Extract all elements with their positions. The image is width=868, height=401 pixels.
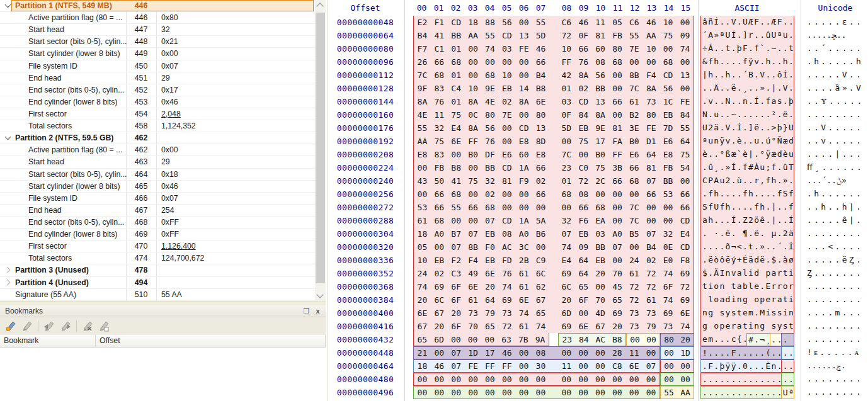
hex-bytes-segment[interactable]: 0000	[626, 333, 660, 346]
ascii-segment[interactable]: ..Ä..ë.¸..».|.V.	[700, 82, 794, 95]
ascii-segment[interactable]: âñÍ..V.UÆF..ÆF..	[700, 16, 794, 29]
ascii-segment[interactable]: . ·.ë. ¶.ë. µ.2ä	[700, 227, 794, 240]
unicode-text[interactable]: ..v.....	[807, 135, 868, 148]
ascii-segment[interactable]: &fh....fÿv.h..h.	[700, 55, 794, 69]
unicode-text[interactable]: .....ԑ..	[807, 16, 868, 29]
tree-row[interactable]: Total sectors4581,124,352	[0, 120, 315, 132]
unicode-text[interactable]: ..Ɏ.....	[807, 95, 868, 108]
hex-bytes-segment[interactable]: 2384ACB8	[558, 333, 626, 346]
ascii-segment[interactable]: ´A»ªUÍ.]r..ûUªu.	[700, 29, 794, 42]
unicode-text[interactable]: Ȥ.......	[807, 267, 868, 280]
hex-bytes-segment[interactable]: F7C101007403FE46106660807E100074	[413, 42, 694, 55]
hex-bytes-segment[interactable]: 6E672073797374656D004D697373696E	[413, 307, 694, 320]
ascii-segment[interactable]: ..	[781, 346, 794, 359]
hex-bytes-segment[interactable]: 74696F6E207461626C65004572726F72	[413, 280, 694, 293]
hex-bytes-segment[interactable]: 00666800020000666808000000665366	[413, 188, 694, 201]
unicode-text[interactable]: .....ﮁ..	[807, 29, 868, 42]
hex-bytes-segment[interactable]: 656D000000637B9A	[413, 333, 549, 346]
chevron-right-icon[interactable]	[4, 267, 11, 273]
ascii-segment[interactable]: .	[781, 333, 794, 346]
hex-bytes-segment[interactable]: E2F1CD1888560055C6461105C6461000	[413, 16, 694, 29]
tree-row[interactable]: Partition 2 (NTFS, 59.5 GB)462	[0, 132, 315, 144]
unicode-text[interactable]: ...<....	[807, 240, 868, 254]
ascii-segment[interactable]: #.¬¸	[746, 333, 772, 346]
hex-bytes-segment[interactable]: E88300B0DFE660E87C00B0FFE664E875	[413, 148, 694, 161]
ascii-segment[interactable]: ªunÿv.è..u.ú°Ñæd	[700, 135, 794, 148]
scroll-down-icon[interactable]	[316, 291, 323, 298]
unicode-text[interactable]: .....ê|.	[807, 214, 868, 227]
ascii-segment[interactable]: ng system.Missin	[700, 307, 794, 320]
unicode-text[interactable]: .h.....h	[807, 55, 868, 69]
unicode-text[interactable]: ........	[807, 108, 868, 121]
unicode-text[interactable]: .....ëȤ.	[807, 254, 868, 267]
hex-bytes-segment[interactable]: 2402C3496E76616C6964207061727469	[413, 267, 694, 280]
hex-bytes-segment[interactable]: 6168000007CD1A5A32F6EA007C0000CD	[413, 214, 694, 227]
tree-row[interactable]: End cylinder (lower 8 bits)4690xFF	[0, 229, 315, 240]
tree-row[interactable]: End cylinder (lower 8 bits)4530x46	[0, 96, 315, 108]
bookmarks-list[interactable]	[0, 347, 326, 401]
unicode-text[interactable]: .h......	[807, 188, 868, 201]
hex-bytes-segment[interactable]: 9F83C4109EEB14B80102BB007C8A5600	[413, 82, 694, 95]
hex-bytes-segment[interactable]: 0500078BF0AC3C007409BB0700B40ECD	[413, 240, 694, 254]
tree-row[interactable]: End head45129	[0, 72, 315, 84]
ascii-segment[interactable]: .û¸.»Í.f#Àu;f.ûT	[700, 161, 794, 174]
ascii-segment[interactable]: ..............	[700, 373, 783, 386]
hex-bytes-segment[interactable]: 8A76018A4E028A6E03CD136661731CFE	[413, 95, 694, 108]
hex-bytes-segment[interactable]: 0000000000000000000000000000	[413, 386, 660, 399]
ascii-segment[interactable]: .ëòôëý+Éädë.$.àø	[700, 254, 794, 267]
horizontal-splitter[interactable]	[0, 301, 326, 305]
scroll-up-icon[interactable]	[316, 3, 323, 9]
hex-bytes-segment[interactable]: 5532E48A5600CD135DEB9E813EFE7D55	[413, 121, 694, 135]
unicode-text[interactable]: ...´..ݨ»	[807, 174, 868, 188]
unicode-text[interactable]: ..h..h|.	[807, 201, 868, 214]
chevron-down-icon[interactable]	[5, 2, 11, 8]
unicode-text[interactable]: ........	[807, 320, 868, 333]
close-panel-icon[interactable]: x	[314, 307, 322, 315]
ascii-segment[interactable]: U2ä.V.Í.]ë..>þ}U	[700, 121, 794, 135]
tree-row[interactable]: Start head46329	[0, 156, 315, 168]
ascii-segment[interactable]: ..............	[700, 386, 783, 399]
edit-bookmark-icon[interactable]	[19, 319, 35, 334]
unicode-text[interactable]: ......ݮ.	[807, 359, 868, 373]
hex-bytes-segment[interactable]: 4E11750C807E00800F848A00B280EB84	[413, 108, 694, 121]
tree-row[interactable]: Partition 1 (NTFS, 549 MB)446	[0, 0, 315, 12]
unicode-text[interactable]: ..´.....	[807, 42, 868, 55]
hex-bytes-segment[interactable]: 10EBF2F4EBFD2BC9E464EB002402E0F8	[413, 254, 694, 267]
tree-row[interactable]: File system ID4660x07	[0, 193, 315, 205]
hex-bytes-segment[interactable]: 184607FEFFFF0030110000C86E07	[413, 359, 660, 373]
tree-row[interactable]: Start sector (bits 0-5), cylin...4480x21	[0, 36, 315, 48]
ascii-segment[interactable]: .fh....fh....fSf	[700, 188, 794, 201]
tree-row[interactable]: Active partition flag (80 = ...4620x00	[0, 144, 315, 156]
ascii-segment[interactable]: !....F.....(..	[700, 346, 783, 359]
bookmark-column-header[interactable]: Bookmark	[0, 335, 96, 347]
ascii-segment[interactable]: ....ð¬<.t.»..´.Í	[700, 240, 794, 254]
unicode-text[interactable]: ........	[807, 280, 868, 293]
float-panel-icon[interactable]: ❐	[302, 307, 311, 315]
unicode-text[interactable]: ..V.....	[807, 121, 868, 135]
tree-row[interactable]: End sector (bits 0-5), cylin...4680xFF	[0, 217, 315, 229]
tree-row[interactable]: Active partition flag (80 = ...4460x80	[0, 12, 315, 24]
hex-bytes-segment[interactable]: 18A0B707EB08A0B607EB03A0B50732E4	[413, 227, 694, 240]
hex-bytes-segment[interactable]: 206C6F6164696E67206F706572617469	[413, 293, 694, 307]
field-value-link[interactable]: 2,048	[161, 108, 181, 120]
hex-bytes-segment[interactable]: AA756EFF7600E88D007517FAB0D1E664	[413, 135, 694, 148]
hex-bytes-segment[interactable]: 0000	[660, 373, 694, 386]
unicode-text[interactable]: .....V..	[807, 69, 868, 82]
unicode-text[interactable]: ....|...	[807, 148, 868, 161]
tree-row[interactable]: Signature (55 AA)51055 AA	[0, 289, 315, 301]
ascii-segment[interactable]: Uª	[781, 386, 794, 399]
ascii-segment[interactable]: ..	[781, 359, 794, 373]
remove-all-bookmarks-icon[interactable]	[96, 319, 112, 334]
tree-row[interactable]: File system ID4500x07	[0, 60, 315, 72]
unicode-text[interactable]: !ᴇ.....ᴀ	[807, 346, 868, 359]
ascii-segment[interactable]: tion table.Error	[700, 280, 794, 293]
ascii-segment[interactable]: $.ÃInvalid parti	[700, 267, 794, 280]
ascii-segment[interactable]: SfUfh....fh.|..f	[700, 201, 794, 214]
ascii-segment[interactable]: em...c{.	[700, 333, 748, 346]
ascii-segment[interactable]: .F.þÿÿ.0...Èn.	[700, 359, 783, 373]
tree-row[interactable]: End sector (bits 0-5), cylin...4520x17	[0, 84, 315, 96]
unicode-text[interactable]: ....m...	[807, 307, 868, 320]
hex-bytes-segment[interactable]: 2666680000000066FF76086800006800	[413, 55, 694, 69]
tree-row[interactable]: First sector4701,126,400	[0, 240, 315, 252]
tree-row[interactable]: Start sector (bits 0-5), cylin...4640x18	[0, 169, 315, 181]
